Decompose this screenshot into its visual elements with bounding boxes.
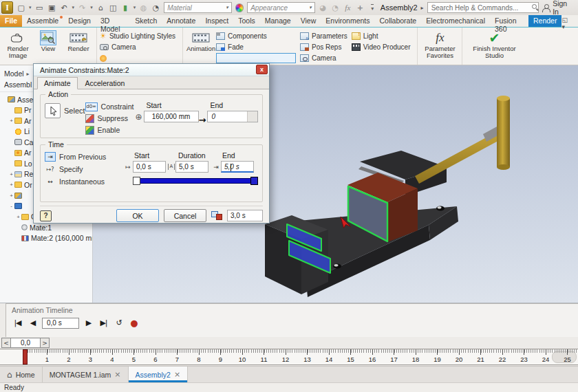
ribbon-tab-render[interactable]: Render bbox=[528, 15, 561, 27]
time-end-field[interactable]: 5,0 s bbox=[221, 161, 254, 173]
select-button[interactable] bbox=[45, 103, 61, 118]
timeline-playhead[interactable] bbox=[23, 349, 28, 364]
scrub-back-button[interactable] bbox=[1, 338, 11, 348]
doc-tab-assembly2[interactable]: Assembly2× bbox=[129, 367, 189, 382]
animate-highlighted-row[interactable] bbox=[216, 53, 296, 63]
specify-option[interactable]: Specify bbox=[45, 164, 124, 175]
timeline-record-button[interactable]: ● bbox=[128, 317, 140, 329]
view-button[interactable]: View bbox=[33, 30, 63, 52]
animation-button[interactable]: Animation bbox=[186, 30, 216, 52]
customize-toolbar-icon[interactable] bbox=[368, 3, 377, 12]
animate-pos-reps-button[interactable]: Pos Reps bbox=[300, 42, 347, 52]
ribbon-tab-sketch[interactable]: Sketch bbox=[130, 15, 162, 27]
scrub-forward-button[interactable] bbox=[40, 338, 50, 348]
parameters-fx-icon[interactable] bbox=[343, 3, 352, 12]
tree-item-mate-2-160-000-mm[interactable]: Mate:2 (160,000 mm) bbox=[0, 233, 92, 244]
dialog-close-button[interactable] bbox=[256, 65, 268, 74]
scrub-value[interactable]: 0,0 bbox=[11, 338, 40, 348]
document-arrow-icon[interactable]: ▸ bbox=[421, 5, 424, 11]
undo-icon[interactable] bbox=[60, 3, 69, 12]
expand-toggle[interactable]: + bbox=[8, 118, 14, 124]
timeline-go-to-start-button[interactable]: |◀ bbox=[12, 317, 23, 329]
ribbon-tab-environments[interactable]: Environments bbox=[321, 15, 374, 27]
enable-option[interactable]: Enable bbox=[85, 124, 134, 135]
doc-tab-home[interactable]: Home bbox=[0, 367, 43, 382]
ribbon-tab-inspect[interactable]: Inspect bbox=[200, 15, 233, 27]
ribbon-tab-manage[interactable]: Manage bbox=[260, 15, 296, 27]
browser-expand-icon[interactable]: ▸ bbox=[27, 71, 30, 77]
expand-toggle[interactable]: + bbox=[15, 214, 21, 220]
animate-parameters-button[interactable]: Parameters bbox=[300, 31, 347, 41]
timeline-current-time[interactable]: 0,0 s bbox=[42, 318, 79, 329]
ribbon-tab-fusion-360[interactable]: Fusion 360 bbox=[490, 15, 528, 27]
expand-toggle[interactable]: + bbox=[8, 182, 14, 188]
doc-tab-montagem-1-iam[interactable]: MONTAGEM 1.iam× bbox=[43, 367, 129, 382]
ribbon-tab-electromechanical[interactable]: Electromechanical bbox=[421, 15, 490, 27]
render-image-button[interactable]: Render Image bbox=[3, 30, 33, 59]
animate-light-button[interactable]: Light bbox=[352, 31, 411, 41]
expand-toggle[interactable]: + bbox=[8, 171, 14, 177]
help-button[interactable] bbox=[40, 210, 52, 221]
timeline-go-to-end-button[interactable]: ▶| bbox=[98, 317, 109, 329]
redo-icon[interactable] bbox=[78, 3, 87, 12]
ribbon-tab-3d-model[interactable]: 3D Model bbox=[96, 15, 130, 27]
open-file-icon[interactable] bbox=[35, 3, 44, 12]
dialog-titlebar[interactable]: Animate Constraints:Mate:2 bbox=[34, 64, 269, 76]
constraint-option[interactable]: Constraint bbox=[85, 101, 134, 112]
switch-window-icon[interactable] bbox=[109, 3, 118, 12]
appearance-combo[interactable]: Appearance▾ bbox=[247, 2, 315, 13]
timeline-play-forward-button[interactable]: ▶ bbox=[83, 317, 94, 329]
inventor-logo[interactable] bbox=[1, 1, 13, 14]
tree-item-mate-1[interactable]: Mate:1 bbox=[0, 222, 92, 233]
timeline-ruler[interactable]: 1234567891011121314151617181920212223242… bbox=[0, 349, 578, 365]
close-tab-icon[interactable]: × bbox=[114, 370, 120, 379]
parameter-favorites-button[interactable]: Parameter Favorites bbox=[420, 30, 459, 59]
ribbon-display-options-icon[interactable] bbox=[561, 15, 578, 27]
scene-camera-button[interactable]: Camera bbox=[100, 42, 175, 52]
visibility-icon[interactable] bbox=[139, 3, 148, 12]
sign-in-button[interactable]: Sign In bbox=[553, 0, 574, 16]
dialog-tab-animate[interactable]: Animate bbox=[37, 77, 78, 89]
animate-components-button[interactable]: Components bbox=[216, 31, 296, 41]
clear-appearance-icon[interactable] bbox=[331, 3, 340, 12]
video-producer-button[interactable]: Video Producer bbox=[352, 42, 411, 52]
gold-handle-rod[interactable] bbox=[415, 96, 510, 184]
timeline-loop-button[interactable]: ↺ bbox=[113, 317, 125, 329]
ribbon-tab-view[interactable]: View bbox=[296, 15, 321, 27]
expand-toggle[interactable]: + bbox=[8, 193, 14, 199]
animation-time-field[interactable]: 3,0 s bbox=[227, 210, 263, 221]
time-range-slider[interactable] bbox=[133, 177, 258, 185]
add-command-icon[interactable] bbox=[356, 3, 365, 12]
instantaneous-option[interactable]: Instantaneous bbox=[45, 176, 124, 187]
material-ball-icon[interactable] bbox=[151, 3, 160, 12]
action-start-field[interactable]: 160,000 mm bbox=[144, 111, 199, 122]
ribbon-tab-assemble[interactable]: Assemble bbox=[22, 15, 63, 27]
measure-dropdown-icon[interactable]: ▾ bbox=[133, 5, 136, 10]
expand-toggle[interactable]: - bbox=[8, 203, 14, 209]
from-previous-option[interactable]: From Previous bbox=[45, 151, 124, 162]
ribbon-tab-tools[interactable]: Tools bbox=[233, 15, 260, 27]
finish-inventor-studio-button[interactable]: Finish Inventor Studio bbox=[465, 30, 523, 59]
animate-camera-button[interactable]: Camera bbox=[300, 53, 347, 63]
measure-icon[interactable] bbox=[121, 3, 130, 12]
time-duration-field[interactable]: 5,0 s bbox=[175, 161, 208, 173]
slider-track[interactable] bbox=[139, 178, 251, 184]
slider-start-handle[interactable] bbox=[133, 177, 140, 185]
slider-end-handle[interactable] bbox=[250, 177, 258, 185]
undo-dropdown-icon[interactable]: ▾ bbox=[72, 5, 75, 10]
scene-extra-button[interactable] bbox=[100, 53, 175, 63]
ribbon-tab-file[interactable]: File bbox=[0, 15, 22, 27]
animate-fade-button[interactable]: Fade bbox=[216, 42, 296, 52]
suppress-option[interactable]: Suppress bbox=[85, 113, 134, 124]
ok-button[interactable]: OK bbox=[116, 209, 159, 222]
ribbon-tab-design[interactable]: Design bbox=[63, 15, 96, 27]
render-button[interactable]: Render bbox=[63, 30, 94, 52]
search-input[interactable] bbox=[427, 2, 539, 13]
close-tab-icon[interactable]: × bbox=[174, 370, 180, 379]
search-icon[interactable] bbox=[532, 4, 537, 9]
dialog-tab-acceleration[interactable]: Acceleration bbox=[79, 78, 131, 89]
material-combo[interactable]: Material▾ bbox=[164, 2, 232, 13]
adjust-appearance-icon[interactable] bbox=[319, 3, 328, 12]
cancel-button[interactable]: Cancel bbox=[164, 209, 206, 222]
save-icon[interactable] bbox=[47, 3, 56, 12]
